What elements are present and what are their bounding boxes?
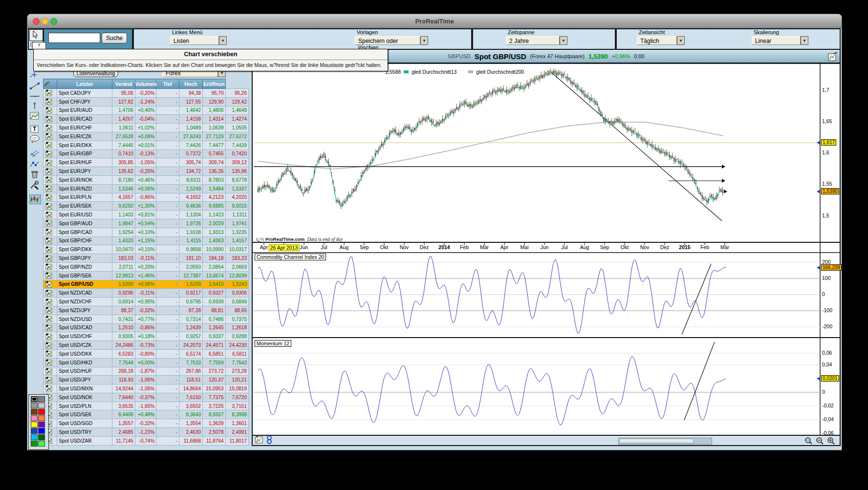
color-swatch-7f00bf[interactable] xyxy=(38,422,45,427)
add-to-chart-icon[interactable] xyxy=(43,376,57,384)
settings-tools-icon[interactable] xyxy=(29,181,41,191)
color-swatch-ffff00[interactable] xyxy=(31,422,38,427)
column-settings-wrench-icon[interactable] xyxy=(43,79,57,89)
column-header-tief[interactable]: Tief xyxy=(156,79,179,89)
dropdown-arrow-icon-1[interactable]: ▼ xyxy=(420,36,428,45)
watchlist-row-eur-czk[interactable]: Spot EUR/CZK27,6528+0,09%-27,624327,7129… xyxy=(43,132,249,141)
watchlist-row-gbp-sek[interactable]: Spot GBP/SEK12,9913+1,46%-12,738713,0674… xyxy=(43,271,249,280)
scrollbar-thumb[interactable] xyxy=(619,439,694,444)
watchlist-row-gbp-aud[interactable]: Spot GBP/AUD1,9847+0,54%-1,97262,00291,9… xyxy=(43,219,249,228)
add-to-chart-icon[interactable] xyxy=(43,367,57,376)
column-header-hoch[interactable]: Hoch xyxy=(179,79,202,89)
dropdown-zeitansicht[interactable]: Täglich xyxy=(637,36,677,45)
watchlist-row-eur-sek[interactable]: Spot EUR/SEK9,6250+1,30%-9,46369,68859,5… xyxy=(43,202,249,211)
dropdown-arrow-icon-4[interactable]: ▼ xyxy=(801,36,808,45)
search-button[interactable]: Suche xyxy=(102,33,127,43)
watchlist-row-eur-usd[interactable]: Spot EUR/USD1,1403+0,81%-1,13041,14231,1… xyxy=(43,211,249,219)
watchlist-row-nzd-usd[interactable]: Spot NZD/USD0,7431+0,77%-0,73140,74860,7… xyxy=(43,315,249,323)
watchlist-row-usd-dkk[interactable]: Spot USD/DKK6,5283-0,80%-6,51746,58516,5… xyxy=(43,349,249,358)
add-to-chart-icon[interactable] xyxy=(43,271,57,280)
zoom-out-icon[interactable] xyxy=(815,436,825,445)
dropdown-vorlagen[interactable]: Speichern oder löschen xyxy=(355,36,420,45)
vertical-line-tool-icon[interactable] xyxy=(29,102,41,111)
watchlist-row-nzd-jpy[interactable]: Spot NZD/JPY88,37-0,32%-87,2888,8188,65 xyxy=(43,306,249,315)
add-to-chart-icon[interactable] xyxy=(43,149,57,158)
add-to-chart-icon[interactable] xyxy=(43,306,57,315)
window-titlebar[interactable]: ProRealTime xyxy=(27,14,842,28)
momentum-indicator-label[interactable]: Momentum 12 xyxy=(255,340,291,347)
add-to-chart-icon[interactable] xyxy=(43,158,57,167)
column-header-veränd[interactable]: Veränd xyxy=(112,79,135,89)
add-to-chart-icon[interactable] xyxy=(43,289,57,298)
add-to-chart-icon[interactable] xyxy=(43,211,57,219)
watchlist-row-usd-czk[interactable]: Spot USD/CZK24,2486-0,73%-24,207324,4571… xyxy=(43,341,249,350)
watchlist-row-usd-cad[interactable]: Spot USD/CAD1,2510-0,86%-1,24391,26451,2… xyxy=(43,323,249,332)
color-swatch-7b3f00[interactable] xyxy=(31,409,38,415)
dropdown-zeitspanne[interactable]: 2 Jahre xyxy=(506,36,560,45)
add-to-chart-icon[interactable] xyxy=(43,298,57,306)
color-swatch-00a000[interactable] xyxy=(31,441,38,447)
search-input[interactable] xyxy=(48,33,100,43)
cci-indicator-label[interactable]: Commodity Channel Index 20 xyxy=(255,254,326,260)
add-to-chart-icon[interactable] xyxy=(43,132,57,141)
color-swatch-0000ff[interactable] xyxy=(38,428,45,434)
add-to-chart-icon[interactable] xyxy=(43,349,57,358)
watchlist-row-gbp-chf[interactable]: Spot GBP/CHF1,4320+1,15%-1,41151,43631,4… xyxy=(43,236,249,245)
add-to-chart-icon[interactable] xyxy=(43,193,57,202)
indicator-list-icon[interactable] xyxy=(29,111,41,121)
dropdown-arrow-icon-0[interactable]: ▼ xyxy=(219,36,227,45)
watchlist-row-usd-huf[interactable]: Spot USD/HUF268,18-1,87%-267,86273,72273… xyxy=(43,367,249,376)
watchlist-row-cad-jpy[interactable]: Spot CAD/JPY95,06-0,20%-94,3895,7095,26 xyxy=(43,89,249,98)
add-to-chart-icon[interactable] xyxy=(43,97,57,106)
watchlist-row-eur-cad[interactable]: Spot EUR/CAD1,4267-0,04%-1,41581,43141,4… xyxy=(43,115,249,124)
dropdown-arrow-icon-2[interactable]: ▼ xyxy=(560,36,567,45)
color-swatch-ff0000[interactable] xyxy=(38,409,45,415)
watchlist-row-gbp-usd[interactable]: Spot GBP/USD1,5390+0,96%-1,52091,54151,5… xyxy=(43,280,249,289)
zoom-mode-dropdown[interactable]: ∨ xyxy=(32,42,46,49)
color-swatch-989898[interactable] xyxy=(31,403,38,408)
watchlist-row-eur-pln[interactable]: Spot EUR/PLN4,1657-0,86%-4,16524,21234,2… xyxy=(43,193,249,202)
add-to-chart-icon[interactable] xyxy=(43,236,57,245)
watchlist-row-eur-chf[interactable]: Spot EUR/CHF1,0611+1,02%-1,04891,06391,0… xyxy=(43,124,249,132)
watchlist-row-gbp-nzd[interactable]: Spot GBP/NZD2,0711+0,20%-2,05502,08542,0… xyxy=(43,262,249,271)
watchlist-row-eur-aud[interactable]: Spot EUR/AUD1,4706+0,40%-1,46421,48061,4… xyxy=(43,106,249,115)
link-chart-icon[interactable] xyxy=(266,435,272,445)
add-to-chart-icon[interactable] xyxy=(43,106,57,115)
dropdown-linkes-men-[interactable]: Listen xyxy=(170,36,219,45)
segments-tool-icon[interactable] xyxy=(29,160,41,170)
color-swatch-ff7f3f[interactable] xyxy=(38,415,45,421)
add-to-chart-icon[interactable] xyxy=(43,175,57,184)
add-to-chart-icon[interactable] xyxy=(43,202,57,211)
detach-chart-icon[interactable] xyxy=(828,51,839,62)
add-to-chart-icon[interactable] xyxy=(43,228,57,236)
text-tool-icon[interactable]: T xyxy=(29,125,41,135)
add-to-chart-icon[interactable] xyxy=(43,262,57,271)
add-to-chart-icon[interactable] xyxy=(43,358,57,367)
watchlist-row-eur-huf[interactable]: Spot EUR/HUF305,85-1,05%-305,74309,74309… xyxy=(43,158,249,167)
color-swatch-ff85c2[interactable] xyxy=(31,415,38,421)
dropdown-skalierung[interactable]: Linear xyxy=(752,36,801,45)
watchlist-row-eur-gbp[interactable]: Spot EUR/GBP0,7410-0,13%-0,73720,74550,7… xyxy=(43,149,249,158)
add-to-chart-icon[interactable] xyxy=(43,124,57,132)
watchlist-row-usd-hkd[interactable]: Spot USD/HKD7,7544+0,00%-7,75337,75597,7… xyxy=(43,358,249,367)
add-to-chart-icon[interactable] xyxy=(43,384,57,393)
add-to-chart-icon[interactable] xyxy=(43,245,57,254)
cursor-tool-icon[interactable] xyxy=(29,29,43,41)
zoom-in-icon[interactable] xyxy=(826,436,836,445)
watchlist-row-nzd-cad[interactable]: Spot NZD/CAD0,9296-0,11%-0,92170,93270,9… xyxy=(43,289,249,298)
watchlist-row-eur-nzd[interactable]: Spot EUR/NZD1,5346+0,06%-1,52491,54841,5… xyxy=(43,184,249,193)
add-to-chart-icon[interactable] xyxy=(43,141,57,149)
add-to-chart-icon[interactable] xyxy=(43,254,57,263)
add-to-chart-icon[interactable] xyxy=(43,167,57,176)
add-to-chart-icon[interactable] xyxy=(43,219,57,228)
trendline-tool-icon[interactable] xyxy=(29,82,41,92)
watchlist-row-gbp-jpy[interactable]: Spot GBP/JPY183,03-0,11%-181,10184,18183… xyxy=(43,254,249,263)
zoom-fit-icon[interactable] xyxy=(804,436,813,445)
add-to-chart-icon[interactable] xyxy=(43,115,57,124)
color-swatch-00bfff[interactable] xyxy=(31,434,38,440)
point-tool-icon[interactable]: * xyxy=(29,71,41,81)
color-swatch-808080[interactable] xyxy=(38,396,45,402)
watchlist-header-row[interactable]: LetzterVerändVolumenTiefHochEröffnun xyxy=(43,79,249,89)
add-to-chart-icon[interactable] xyxy=(43,323,57,332)
watchlist-row-gbp-cad[interactable]: Spot GBP/CAD1,9254+0,10%-1,91081,93131,9… xyxy=(43,228,249,236)
